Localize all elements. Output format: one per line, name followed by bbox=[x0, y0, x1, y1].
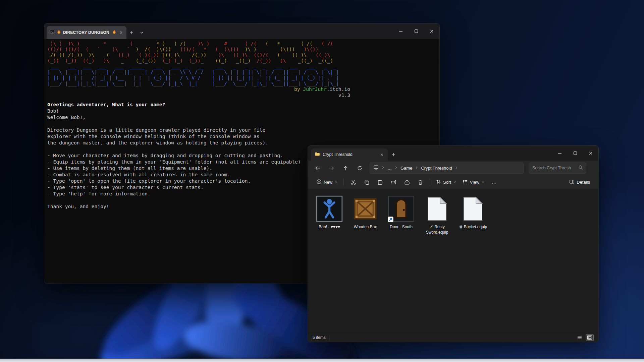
chevron-down-icon bbox=[334, 180, 338, 185]
search-placeholder: Search Crypt Thresh bbox=[532, 166, 578, 170]
flame-icon bbox=[57, 29, 61, 36]
terminal-close-button[interactable] bbox=[424, 23, 439, 39]
terminal-tab-close-button[interactable] bbox=[118, 30, 124, 35]
terminal-tab-dropdown-button[interactable] bbox=[137, 26, 147, 39]
new-button[interactable]: New bbox=[313, 177, 341, 187]
paste-button[interactable] bbox=[373, 177, 387, 187]
explorer-new-tab-button[interactable] bbox=[388, 148, 399, 161]
chevron-down-icon bbox=[481, 180, 485, 185]
dagger-icon bbox=[429, 225, 433, 230]
sort-button-label: Sort bbox=[443, 180, 451, 185]
explorer-tab-title: Crypt Threshold bbox=[323, 152, 377, 157]
file-item-rusty-sword[interactable]: Rusty Sword.equip bbox=[420, 194, 454, 235]
file-list: Bob! - ♥♥♥♥ Wooden Box bbox=[308, 189, 598, 333]
credit-line: by JuhrJuhr.itch.io v1.3 bbox=[47, 86, 350, 98]
forward-button[interactable] bbox=[325, 162, 338, 174]
taskbar[interactable] bbox=[0, 359, 644, 362]
file-item-door-south[interactable]: Door - South bbox=[384, 194, 418, 230]
breadcrumb-game[interactable]: Game bbox=[400, 166, 412, 171]
chevron-right-icon[interactable] bbox=[394, 165, 398, 171]
file-item-bob[interactable]: Bob! - ♥♥♥♥ bbox=[313, 194, 346, 230]
address-bar[interactable]: … Game Crypt Threshold bbox=[370, 163, 524, 174]
file-explorer-window: Crypt Threshold bbox=[308, 146, 598, 342]
ellipsis-icon: … bbox=[492, 179, 497, 185]
monitor-icon[interactable] bbox=[373, 165, 379, 171]
search-box[interactable]: Search Crypt Thresh bbox=[529, 163, 586, 174]
explorer-minimize-button[interactable] bbox=[552, 146, 568, 161]
rename-button[interactable] bbox=[387, 177, 400, 187]
new-button-label: New bbox=[324, 180, 332, 185]
chevron-right-icon[interactable] bbox=[415, 165, 419, 171]
details-pane-button[interactable]: Details bbox=[566, 177, 593, 187]
toolbar-separator bbox=[430, 178, 430, 186]
search-icon[interactable] bbox=[578, 165, 583, 171]
file-item-wooden-box[interactable]: Wooden Box bbox=[348, 194, 382, 230]
view-button-label: View bbox=[470, 180, 479, 185]
credit-site: .itch.io bbox=[327, 86, 350, 92]
folder-icon bbox=[315, 151, 320, 158]
more-options-button[interactable]: … bbox=[488, 177, 501, 187]
view-list-icon bbox=[463, 179, 468, 185]
file-label: Door - South bbox=[390, 225, 413, 230]
breadcrumb-crypt-threshold[interactable]: Crypt Threshold bbox=[421, 166, 452, 171]
version-label: v1.3 bbox=[47, 92, 350, 98]
plus-circle-icon bbox=[316, 179, 322, 185]
sort-arrows-icon bbox=[436, 179, 441, 185]
file-label: Rusty Sword.equip bbox=[421, 225, 453, 235]
explorer-statusbar: 5 items bbox=[308, 333, 598, 342]
view-button[interactable]: View bbox=[460, 177, 488, 187]
blank-file-icon bbox=[463, 197, 483, 221]
terminal-tab-title: DIRECTORY DUNGEON bbox=[63, 30, 110, 35]
details-pane-label: Details bbox=[577, 180, 590, 185]
delete-button[interactable] bbox=[414, 177, 427, 187]
explorer-close-button[interactable] bbox=[583, 146, 598, 161]
chevron-down-icon bbox=[453, 180, 457, 185]
terminal-app-icon bbox=[49, 29, 55, 36]
explorer-navbar: … Game Crypt Threshold Search Crypt Thre… bbox=[308, 161, 598, 175]
sort-button[interactable]: Sort bbox=[433, 177, 460, 187]
file-item-bucket[interactable]: Bucket.equip bbox=[456, 194, 490, 230]
share-button[interactable] bbox=[400, 177, 414, 187]
credit-by: by bbox=[294, 86, 303, 92]
file-label: Wooden Box bbox=[354, 225, 377, 230]
explorer-tab-close-button[interactable] bbox=[379, 152, 384, 157]
explorer-tab[interactable]: Crypt Threshold bbox=[311, 148, 388, 161]
explorer-toolbar: New Sort View bbox=[308, 175, 598, 189]
file-label: Bob! - ♥♥♥♥ bbox=[319, 225, 340, 230]
terminal-titlebar[interactable]: DIRECTORY DUNGEON bbox=[44, 23, 439, 39]
character-icon bbox=[316, 195, 343, 222]
terminal-new-tab-button[interactable] bbox=[126, 26, 137, 39]
details-pane-icon bbox=[569, 179, 575, 185]
ascii-title-art: ___ ___ ___ ___ ___ _____ ___ ___ __ __ … bbox=[47, 63, 439, 86]
item-count: 5 items bbox=[313, 335, 326, 340]
chevron-right-icon[interactable] bbox=[454, 165, 459, 171]
cut-button[interactable] bbox=[346, 177, 360, 187]
shortcut-arrow-icon bbox=[388, 217, 393, 222]
details-view-toggle[interactable] bbox=[576, 334, 584, 341]
file-label: Bucket.equip bbox=[459, 225, 487, 230]
statusbar-separator bbox=[329, 335, 329, 340]
wooden-crate-icon bbox=[352, 196, 378, 222]
thumbnail-view-toggle[interactable] bbox=[586, 334, 594, 341]
chevron-right-icon[interactable] bbox=[381, 165, 385, 171]
credit-author: JuhrJuhr bbox=[303, 86, 326, 92]
explorer-maximize-button[interactable] bbox=[568, 146, 583, 161]
terminal-tab[interactable]: DIRECTORY DUNGEON bbox=[47, 26, 126, 39]
breadcrumb-ellipsis[interactable]: … bbox=[387, 166, 392, 171]
bucket-icon bbox=[459, 225, 463, 230]
flame-icon bbox=[112, 29, 116, 36]
terminal-minimize-button[interactable] bbox=[393, 23, 409, 39]
explorer-titlebar[interactable]: Crypt Threshold bbox=[308, 146, 598, 161]
copy-button[interactable] bbox=[360, 177, 373, 187]
refresh-button[interactable] bbox=[353, 162, 366, 174]
back-button[interactable] bbox=[311, 162, 324, 174]
terminal-maximize-button[interactable] bbox=[409, 23, 424, 39]
toolbar-separator bbox=[343, 178, 344, 186]
blank-file-icon bbox=[427, 197, 447, 221]
up-button[interactable] bbox=[339, 162, 352, 174]
ascii-flames-art: )\ ) )\ ) * ( * ) ( /( )\ ) # ( /( ( * (… bbox=[47, 41, 439, 63]
